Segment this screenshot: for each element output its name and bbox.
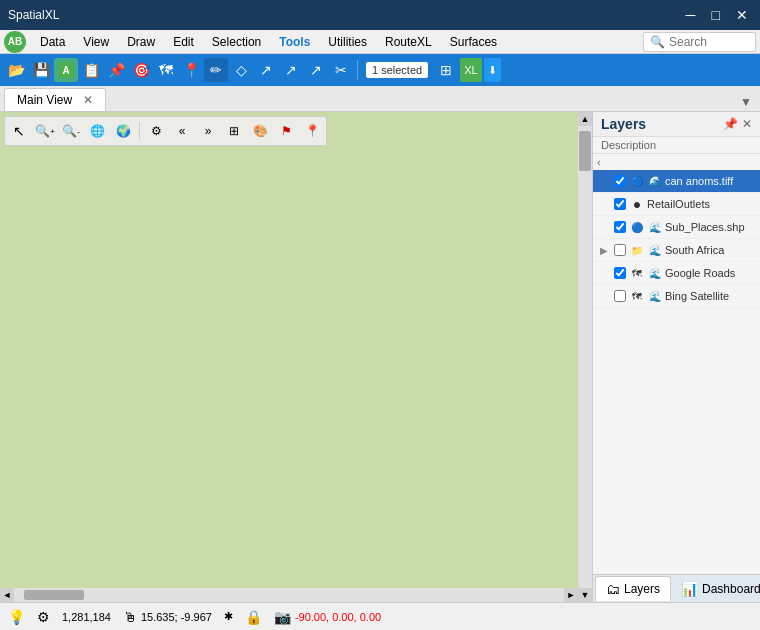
toolbar-sep-1: [357, 60, 358, 80]
main-view-tab[interactable]: Main View ✕: [4, 88, 106, 111]
toolbar-btn-16[interactable]: XL: [460, 58, 481, 82]
menu-bar: AB Data View Draw Edit Selection Tools U…: [0, 30, 760, 54]
scroll-left-btn[interactable]: ◄: [0, 588, 14, 602]
layer-name-4: South Africa: [665, 244, 756, 256]
tab-close-btn[interactable]: ✕: [83, 93, 93, 107]
toolbar-btn-12[interactable]: ↗: [279, 58, 303, 82]
map-globe2-btn[interactable]: 🌍: [111, 119, 135, 143]
title-bar: SpatialXL ─ □ ✕: [0, 0, 760, 30]
minimize-button[interactable]: ─: [682, 7, 700, 23]
map-vscroll[interactable]: ▲ ▼: [578, 112, 592, 602]
map-area[interactable]: ▲ ▼ ↖ 🔍+ 🔍- 🌐 🌍 ⚙ « » ⊞ 🎨 ⚑ 📍: [0, 112, 592, 602]
layers-collapse-btn[interactable]: ‹: [593, 154, 760, 170]
map-style-btn[interactable]: 🎨: [248, 119, 272, 143]
status-coords1: 1,281,184: [62, 611, 111, 623]
menu-data[interactable]: Data: [32, 33, 73, 51]
layer-check-6[interactable]: [613, 289, 627, 303]
scroll-down-btn[interactable]: ▼: [578, 588, 592, 602]
mouse-icon: 🖱: [123, 609, 137, 625]
map-flag-btn[interactable]: ⚑: [274, 119, 298, 143]
scroll-right-btn[interactable]: ►: [564, 588, 578, 602]
main-content: ▲ ▼ ↖ 🔍+ 🔍- 🌐 🌍 ⚙ « » ⊞ 🎨 ⚑ 📍: [0, 112, 760, 602]
layer-check-2[interactable]: [613, 197, 627, 211]
menu-surfaces[interactable]: Surfaces: [442, 33, 505, 51]
map-zoom-in-btn[interactable]: 🔍+: [33, 119, 57, 143]
toolbar-btn-7[interactable]: 🗺: [154, 58, 178, 82]
menu-routexl[interactable]: RouteXL: [377, 33, 440, 51]
layer-icon-wave-6: 🌊: [647, 288, 663, 304]
layer-icon-blue-1: 🔵: [629, 173, 645, 189]
toolbar-btn-15[interactable]: ⊞: [434, 58, 458, 82]
map-grid-btn[interactable]: ⊞: [222, 119, 246, 143]
layer-check-4[interactable]: [613, 243, 627, 257]
maximize-button[interactable]: □: [708, 7, 724, 23]
scroll-up-btn[interactable]: ▲: [578, 112, 592, 126]
layer-expand-4[interactable]: ▶: [597, 245, 611, 256]
map-globe-btn[interactable]: 🌐: [85, 119, 109, 143]
menu-edit[interactable]: Edit: [165, 33, 202, 51]
hscroll[interactable]: ◄ ►: [0, 588, 578, 602]
tab-bar: Main View ✕ ▼: [0, 86, 760, 112]
layers-bottom-tab[interactable]: 🗂 Layers: [595, 576, 671, 601]
camera-icon: 📷: [274, 609, 291, 625]
toolbar-btn-6[interactable]: 🎯: [129, 58, 153, 82]
app-title: SpatialXL: [8, 8, 59, 22]
toolbar-btn-4[interactable]: 📋: [79, 58, 103, 82]
layer-icon-wave-1: 🌊: [647, 173, 663, 189]
menu-tools[interactable]: Tools: [271, 33, 318, 51]
map-cursor-btn[interactable]: ↖: [7, 119, 31, 143]
scroll-thumb[interactable]: [579, 131, 591, 171]
layer-item-retail[interactable]: ● RetailOutlets: [593, 193, 760, 216]
layer-name-1: can anoms.tiff: [665, 175, 756, 187]
status-camera-icon: 📷 -90.00, 0.00, 0.00: [274, 609, 381, 625]
layers-tab-label: Layers: [624, 582, 660, 596]
status-gear-icon: ⚙: [37, 609, 50, 625]
layer-item-google-roads[interactable]: 🗺 🌊 Google Roads: [593, 262, 760, 285]
menu-utilities[interactable]: Utilities: [320, 33, 375, 51]
window-controls: ─ □ ✕: [682, 7, 752, 23]
layer-check-3[interactable]: [613, 220, 627, 234]
map-next-btn[interactable]: »: [196, 119, 220, 143]
search-icon: 🔍: [650, 35, 665, 49]
tab-arrow[interactable]: ▼: [736, 93, 756, 111]
bottom-tabs: 🗂 Layers 📊 Dashboards: [593, 574, 760, 602]
toolbar-btn-17[interactable]: ⬇: [484, 58, 501, 82]
toolbar-btn-14[interactable]: ✂: [329, 58, 353, 82]
toolbar-btn-10[interactable]: ◇: [229, 58, 253, 82]
toolbar-btn-2[interactable]: 💾: [29, 58, 53, 82]
map-prev-btn[interactable]: «: [170, 119, 194, 143]
layers-pin-btn[interactable]: 📌: [723, 117, 738, 131]
layer-check-1[interactable]: [613, 174, 627, 188]
svg-text:A: A: [62, 65, 69, 76]
menu-view[interactable]: View: [75, 33, 117, 51]
hscroll-thumb[interactable]: [24, 590, 84, 600]
layers-list: ‹ 🔵 🌊 can anoms.tiff ● RetailOutlets: [593, 154, 760, 308]
toolbar-btn-9[interactable]: ✏: [204, 58, 228, 82]
toolbar-btn-5[interactable]: 📌: [104, 58, 128, 82]
status-asterisk-icon: ✱: [224, 610, 233, 623]
layer-item-subplaces[interactable]: 🔵 🌊 Sub_Places.shp: [593, 216, 760, 239]
map-pin-btn[interactable]: 📍: [300, 119, 324, 143]
lock-icon: 🔒: [245, 609, 262, 625]
toolbar-btn-8[interactable]: 📍: [179, 58, 203, 82]
layer-item-bing[interactable]: 🗺 🌊 Bing Satellite: [593, 285, 760, 308]
toolbar-btn-1[interactable]: 📂: [4, 58, 28, 82]
layer-item-south-africa[interactable]: ▶ 📁 🌊 South Africa: [593, 239, 760, 262]
map-zoom-out-btn[interactable]: 🔍-: [59, 119, 83, 143]
tab-label: Main View: [17, 93, 72, 107]
toolbar: 📂 💾 A 📋 📌 🎯 🗺 📍 ✏ ◇ ↗ ↗ ↗ ✂ 1 selected ⊞…: [0, 54, 760, 86]
close-button[interactable]: ✕: [732, 7, 752, 23]
status-bar: 💡 ⚙ 1,281,184 🖱 15.635; -9.967 ✱ 🔒 📷 -90…: [0, 602, 760, 630]
layers-close-btn[interactable]: ✕: [742, 117, 752, 131]
layers-description: Description: [593, 137, 760, 154]
toolbar-btn-11[interactable]: ↗: [254, 58, 278, 82]
search-input[interactable]: [669, 35, 749, 49]
menu-draw[interactable]: Draw: [119, 33, 163, 51]
layer-item-can-anoms[interactable]: 🔵 🌊 can anoms.tiff: [593, 170, 760, 193]
map-settings-btn[interactable]: ⚙: [144, 119, 168, 143]
layer-check-5[interactable]: [613, 266, 627, 280]
toolbar-btn-3[interactable]: A: [54, 58, 78, 82]
menu-selection[interactable]: Selection: [204, 33, 269, 51]
toolbar-btn-13[interactable]: ↗: [304, 58, 328, 82]
dashboards-bottom-tab[interactable]: 📊 Dashboards: [671, 577, 760, 601]
